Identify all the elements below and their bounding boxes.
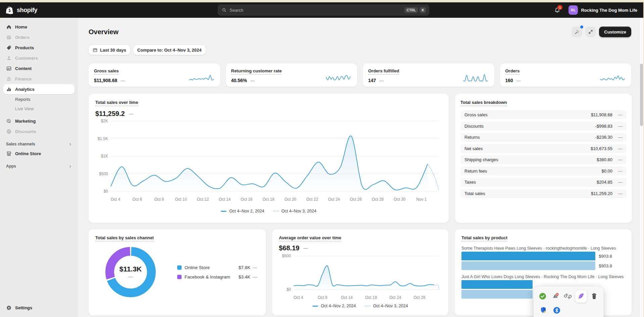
no-comparison-dash: — xyxy=(303,246,308,251)
chart-title: Total sales breakdown xyxy=(460,100,507,106)
sidebar-item-label: Reports xyxy=(15,97,31,102)
capture-error-extension-button[interactable] xyxy=(550,291,560,302)
sales-channels-section[interactable]: Sales channels xyxy=(6,142,72,146)
sidebar-item-label: Content xyxy=(15,66,32,71)
svg-text:Oct 16: Oct 16 xyxy=(241,197,253,202)
chart-title: Total sales over time xyxy=(95,100,138,106)
breakdown-row[interactable]: Total sales$11,259.20— xyxy=(460,189,627,198)
breakdown-row[interactable]: Returns-$236.30— xyxy=(460,133,627,142)
metric-title: Gross sales xyxy=(94,68,119,75)
sidebar-item-label: Products xyxy=(15,45,34,50)
orders-icon xyxy=(6,35,12,40)
legend-compare-period: Oct 4–Nov 3, 2024 xyxy=(365,304,408,308)
search-input[interactable] xyxy=(230,8,403,13)
shortcut-k-key: K xyxy=(419,7,426,13)
notifications-button[interactable]: 1 xyxy=(552,5,562,15)
sidebar-item-online-store[interactable]: Online Store xyxy=(3,148,75,158)
scrollbar-track[interactable] xyxy=(640,18,643,317)
total-sales-breakdown-card[interactable]: Total sales breakdown Gross sales$11,908… xyxy=(455,94,632,223)
breakdown-row[interactable]: Shipping charges$380.80— xyxy=(460,155,627,164)
home-icon xyxy=(6,24,12,30)
breakdown-row[interactable]: Net sales$10,673.55— xyxy=(460,144,627,153)
sidebar-item-live-view[interactable]: Live View xyxy=(3,104,75,113)
metric-value: 147 xyxy=(368,78,376,83)
app-shell: Home Orders Products Customers Content F… xyxy=(0,18,643,317)
sidebar-item-finance[interactable]: Finance xyxy=(3,74,75,84)
svg-text:Oct 14: Oct 14 xyxy=(219,197,231,202)
product-bar-row: $903.8 xyxy=(461,261,625,270)
product-name: Some Therapists Have Paws Long Sleeves ·… xyxy=(461,246,625,251)
sales-channels-header: Sales channels xyxy=(6,142,35,146)
scrollbar-thumb[interactable] xyxy=(640,64,643,126)
date-range-button[interactable]: Last 30 days xyxy=(89,45,130,55)
bluetooth-icon xyxy=(553,306,561,314)
ai-insights-button[interactable] xyxy=(572,26,582,37)
product-bar-current[interactable] xyxy=(461,280,533,289)
sidebar-item-home[interactable]: Home xyxy=(3,22,75,32)
svg-text:Oct 24: Oct 24 xyxy=(328,197,340,202)
product-bar-current[interactable] xyxy=(461,252,595,260)
breakdown-row[interactable]: Gross sales$11,908.68— xyxy=(460,110,627,119)
chart-total-value: $68.19 xyxy=(279,244,299,252)
page-title: Overview xyxy=(89,28,118,36)
chart-title: Total sales by product xyxy=(461,235,507,242)
apps-header: Apps xyxy=(6,164,16,169)
breakdown-row[interactable]: Taxes$204.85— xyxy=(460,178,627,187)
metric-card-gross-sales[interactable]: Gross sales $11,908.68— xyxy=(89,63,220,87)
svg-text:Oct 19: Oct 19 xyxy=(365,295,377,300)
sidebar: Home Orders Products Customers Content F… xyxy=(0,18,78,317)
shield-warning-extension-button[interactable] xyxy=(538,305,549,316)
customize-button[interactable]: Customize xyxy=(599,26,631,37)
total-sales-by-channel-card[interactable]: Total sales by sales channel $11.3K — On… xyxy=(89,229,266,316)
sidebar-item-discounts[interactable]: Discounts xyxy=(3,126,75,136)
global-search[interactable]: CTRL K xyxy=(218,5,429,15)
total-sales-line-chart: $2K$1.5K$1K$500$0Oct 4Oct 6Oct 8Oct 10Oc… xyxy=(95,118,442,205)
svg-text:Oct 4: Oct 4 xyxy=(294,295,303,300)
search-icon xyxy=(221,7,227,13)
discount-icon xyxy=(6,129,12,134)
sidebar-item-reports[interactable]: Reports xyxy=(3,94,75,104)
sidebar-item-orders[interactable]: Orders xyxy=(3,32,75,42)
svg-text:Oct 9: Oct 9 xyxy=(318,295,328,300)
bar-value-label: $903.8 xyxy=(599,263,612,268)
sidebar-item-customers[interactable]: Customers xyxy=(3,53,75,63)
sidebar-item-content[interactable]: Content xyxy=(3,63,75,73)
expand-button[interactable] xyxy=(585,26,596,37)
svg-text:Oct 6: Oct 6 xyxy=(133,197,142,202)
svg-text:Oct 29: Oct 29 xyxy=(413,295,426,300)
metric-value: $11,908.68 xyxy=(94,78,117,83)
breakdown-row[interactable]: Return fees$0.00— xyxy=(460,167,627,176)
sidebar-item-marketing[interactable]: Marketing xyxy=(3,116,75,126)
apps-section[interactable]: Apps xyxy=(6,164,72,169)
expand-arrows-icon xyxy=(588,29,593,35)
sidebar-item-analytics[interactable]: Analytics xyxy=(3,84,75,94)
total-sales-over-time-card[interactable]: Total sales over time $11,259.2— $2K$1.5… xyxy=(89,94,449,223)
average-order-value-card[interactable]: Average order value over time $68.19— $5… xyxy=(272,229,448,316)
metric-title: Orders fulfilled xyxy=(368,68,399,75)
metric-card-orders[interactable]: Orders 160— xyxy=(500,63,632,87)
sidebar-item-label: Online Store xyxy=(15,151,41,156)
metric-card-returning-customer-rate[interactable]: Returning customer rate 40.56%— xyxy=(226,63,357,87)
person-icon xyxy=(6,55,12,61)
highlighter-extension-button[interactable] xyxy=(575,290,587,303)
trash-extension-button[interactable] xyxy=(589,291,599,302)
shopify-logo[interactable]: shopify xyxy=(5,6,78,15)
no-comparison-dash: — xyxy=(379,78,384,83)
account-menu[interactable]: RL Rocking The Dog Mom Life xyxy=(567,4,639,16)
compare-to-button[interactable]: Compare to: Oct 4–Nov 3, 2024 xyxy=(133,45,205,55)
product-bar-previous[interactable] xyxy=(461,261,595,270)
bluetooth-extension-button[interactable] xyxy=(551,305,562,316)
svg-text:$1K: $1K xyxy=(101,154,108,158)
calendar-icon xyxy=(93,48,98,53)
sidebar-item-label: Marketing xyxy=(15,119,36,124)
product-bar-previous[interactable] xyxy=(461,290,533,299)
sidebar-item-products[interactable]: Products xyxy=(3,43,75,53)
svg-text:Oct 4: Oct 4 xyxy=(111,197,120,202)
check-circle-extension-button[interactable] xyxy=(538,291,548,302)
svg-text:$1.5K: $1.5K xyxy=(98,136,108,141)
breakdown-row[interactable]: Discounts-$998.83— xyxy=(460,122,627,131)
knot-extension-button[interactable] xyxy=(563,291,573,302)
metric-card-orders-fulfilled[interactable]: Orders fulfilled 147— xyxy=(363,63,494,87)
date-range-label: Last 30 days xyxy=(100,48,126,53)
sidebar-item-settings[interactable]: Settings xyxy=(3,303,75,313)
